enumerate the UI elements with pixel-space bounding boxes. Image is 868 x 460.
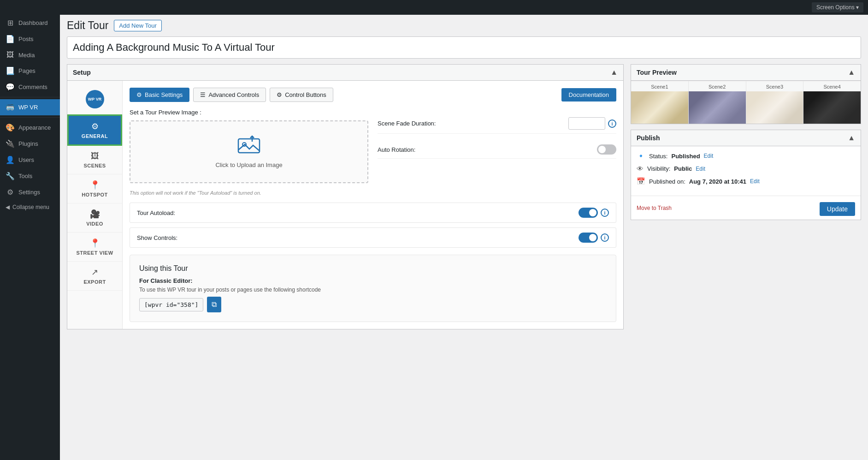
scene-thumb-image-4 [803,91,861,124]
sidebar-label-posts: Posts [18,36,34,42]
sidebar-item-pages[interactable]: 📃 Pages [0,63,60,79]
top-bar: Screen Options ▾ [0,0,868,15]
scene-thumb-1[interactable]: Scene1 [631,81,689,124]
setup-nav-video[interactable]: 🎥 VIDEO [67,203,122,233]
advanced-controls-label: Advanced Controls [208,91,259,98]
auto-rotation-row: Auto Rotation: [378,141,616,159]
sidebar-item-dashboard[interactable]: ⊞ Dashboard [0,15,60,31]
scene-thumbnails: Scene1 Scene2 Scene3 Scene4 [631,81,861,124]
scene-fade-input[interactable] [568,117,605,130]
sidebar-item-tools[interactable]: 🔧 Tools [0,168,60,184]
settings-icon: ⚙ [6,188,15,197]
publish-panel: Publish ▲ 🔹 Status: Published Edit 👁 Vis… [631,130,861,220]
tour-title-input[interactable] [67,36,861,59]
setup-nav-general[interactable]: ⚙ GENERAL [67,114,122,146]
status-edit-link[interactable]: Edit [704,153,714,159]
tour-autoload-label: Tour Autoload: [137,209,175,216]
publish-footer: Move to Trash Update [631,196,861,220]
add-new-tour-button[interactable]: Add New Tour [114,20,161,31]
sidebar-item-posts[interactable]: 📄 Posts [0,31,60,47]
publish-body: 🔹 Status: Published Edit 👁 Visibility: P… [631,146,861,196]
show-controls-info-icon[interactable]: i [601,233,609,242]
tour-autoload-info-icon[interactable]: i [601,209,609,217]
upload-icon [144,135,354,158]
scene-thumb-3[interactable]: Scene3 [746,81,804,124]
show-controls-toggle[interactable] [579,233,598,243]
sidebar-item-settings[interactable]: ⚙ Settings [0,184,60,200]
copy-shortcode-button[interactable]: ⧉ [207,297,221,312]
scene-thumb-4[interactable]: Scene4 [803,81,861,124]
visibility-edit-link[interactable]: Edit [696,166,705,172]
general-nav-label: GENERAL [82,133,108,139]
tab-advanced-controls[interactable]: ☰ Advanced Controls [193,88,266,102]
visibility-value: Public [674,165,692,172]
auto-rotation-label: Auto Rotation: [378,146,415,153]
auto-rotation-toggle[interactable] [597,144,616,155]
tab-control-buttons[interactable]: ⚙ Control Buttons [270,88,333,102]
page-title: Edit Tour [67,19,108,32]
upload-image-area[interactable]: Click to Upload an Image [130,120,368,183]
sidebar-item-media[interactable]: 🖼 Media [0,47,60,63]
scene-thumb-2[interactable]: Scene2 [689,81,746,124]
setup-nav-hotspot[interactable]: 📍 HOTSPOT [67,174,122,203]
shortcode-row: [wpvr id="358"] ⧉ [139,297,607,312]
classic-editor-title: For Classic Editor: [139,277,607,284]
scene-fade-row: Scene Fade Duration: i [378,114,616,134]
warning-text: This option will not work if the "Tour A… [130,190,616,196]
sidebar-item-appearance[interactable]: 🎨 Appearance [0,119,60,136]
sidebar-label-pages: Pages [18,67,35,74]
documentation-button[interactable]: Documentation [561,88,616,102]
scene-settings-area: Scene Fade Duration: i Auto Rotation: [378,109,616,183]
tour-autoload-toggle[interactable] [579,208,598,218]
scene-thumb-label-2: Scene2 [689,81,746,91]
setup-nav-street-view[interactable]: 📍 STREET VIEW [67,233,122,262]
control-buttons-label: Control Buttons [285,91,326,98]
pages-icon: 📃 [6,66,15,75]
collapse-menu-item[interactable]: ◀ Collapse menu [0,200,60,214]
sidebar-item-plugins[interactable]: 🔌 Plugins [0,136,60,152]
scene-thumb-image-2 [689,91,746,124]
basic-settings-icon: ⚙ [136,91,142,98]
published-icon: 📅 [637,177,645,185]
dashboard-icon: ⊞ [6,18,15,27]
tab-basic-settings[interactable]: ⚙ Basic Settings [130,88,189,102]
published-value: Aug 7, 2020 at 10:41 [689,178,746,185]
published-label: Published on: [649,178,685,185]
sidebar-item-comments[interactable]: 💬 Comments [0,79,60,95]
setup-panel-collapse-button[interactable]: ▲ [610,68,618,77]
published-edit-link[interactable]: Edit [750,178,760,185]
tour-preview-panel: Tour Preview ▲ + - ⛶ ↑ Outdoor View [631,64,861,124]
auto-rotation-input-group [597,144,616,155]
publish-collapse-button[interactable]: ▲ [848,134,855,142]
scenes-nav-icon: 🖼 [91,151,99,161]
tour-preview-collapse-button[interactable]: ▲ [848,68,855,77]
scene-thumb-label-4: Scene4 [803,81,861,91]
setup-nav-scenes[interactable]: 🖼 SCENES [67,146,122,174]
scene-fade-info-icon[interactable]: i [608,119,616,128]
hotspot-nav-label: HOTSPOT [82,192,108,197]
upload-label: Click to Upload an Image [144,161,354,168]
content-columns: Setup ▲ WP VR ⚙ GENERAL [67,64,861,335]
move-to-trash-link[interactable]: Move to Trash [637,205,672,211]
classic-editor-section: For Classic Editor: To use this WP VR to… [139,277,607,312]
screen-options-button[interactable]: Screen Options ▾ [812,2,863,12]
publish-title: Publish [637,134,660,142]
main-content: Edit Tour Add New Tour Setup ▲ [60,15,868,460]
published-row: 📅 Published on: Aug 7, 2020 at 10:41 Edi… [637,177,855,185]
sidebar-item-wp-vr[interactable]: 🥽 WP VR [0,99,60,115]
scene-thumb-label-3: Scene3 [746,81,803,91]
setup-nav-export[interactable]: ↗ EXPORT [67,262,122,291]
setup-nav: WP VR ⚙ GENERAL 🖼 SCENES 📍 [67,81,123,329]
shortcode-text: [wpvr id="358"] [139,298,203,311]
tour-autoload-slider [579,208,598,218]
plugins-icon: 🔌 [6,139,15,148]
sidebar: ⊞ Dashboard 📄 Posts 🖼 Media 📃 Pages 💬 Co… [0,15,60,460]
update-button[interactable]: Update [820,202,855,216]
sidebar-label-tools: Tools [18,173,32,179]
preview-image-label: Set a Tour Preview Image : [130,109,368,116]
publish-header: Publish ▲ [631,130,861,146]
collapse-arrow-icon: ◀ [6,204,10,210]
sidebar-label-plugins: Plugins [18,140,38,147]
sidebar-item-users[interactable]: 👤 Users [0,152,60,168]
visibility-label: Visibility: [647,165,670,172]
